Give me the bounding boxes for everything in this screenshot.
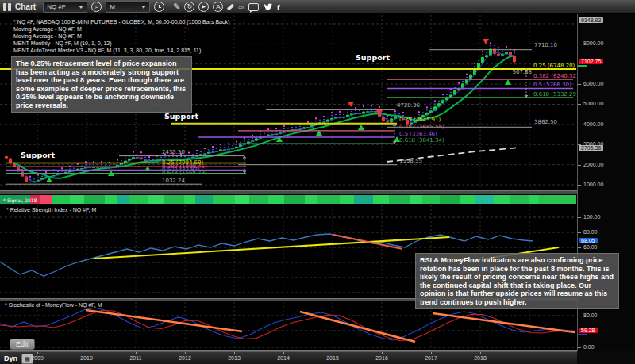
candle-body (5, 156, 8, 159)
signal-heat-segment (70, 195, 84, 204)
year-tick (87, 352, 87, 354)
ment-dot-magenta (315, 117, 317, 119)
ment-dot-blue (450, 92, 452, 93)
annotate-a-icon[interactable]: A (213, 2, 223, 12)
ment-dot-blue (474, 66, 475, 67)
year-label: 2009 (25, 355, 49, 361)
ment-dot-blue (260, 134, 261, 135)
ment-dot-magenta (188, 152, 190, 154)
ment-dot-magenta (474, 63, 475, 64)
annotation-box-retracement[interactable]: The 0.25% retracement level of price exp… (11, 56, 192, 113)
fib-level-label: 0.382 (6240.32) (533, 73, 579, 79)
play-icon[interactable]: ▶ (198, 2, 209, 12)
candle-body (21, 171, 24, 176)
twitter-icon[interactable] (263, 2, 273, 11)
scale-tick (578, 232, 581, 233)
ment-dot-magenta (506, 46, 507, 48)
ment-dot-blue (212, 149, 214, 150)
ment-dot-blue (271, 131, 273, 132)
marker-icon[interactable] (227, 3, 234, 10)
ment-dot-blue (33, 178, 35, 179)
ment-dot-blue (228, 146, 229, 147)
fib-level-label: 0.5 (5786.30) (533, 82, 572, 88)
signal-heat-segment (460, 195, 475, 204)
signal-heat-segment (440, 195, 460, 204)
ment-dot-magenta (275, 128, 277, 129)
legend-line: MENT AutoTrend Master V3 - NQ #F, M (11,… (13, 47, 229, 54)
ment-dot-blue (244, 140, 245, 141)
scale-tick-label: 80.00 (583, 229, 598, 235)
window-panels-icon[interactable] (3, 3, 11, 11)
signal-heat-segment (354, 195, 373, 204)
ment-dot-magenta (45, 171, 47, 173)
ment-dot-blue (148, 159, 150, 160)
scale-tick (578, 347, 581, 348)
dyn-label[interactable]: Dyn (4, 354, 17, 362)
year-label: 2011 (124, 355, 148, 361)
ment-dot-blue (502, 51, 503, 52)
chart-application-window: Chart NQ #F ⌕ M ✎ ↻ ▶ A cts f * Signal, … (0, 0, 635, 364)
signal-heat-segment (284, 195, 305, 204)
price-marker-label: 3862.50 (534, 119, 557, 125)
signal-heat-segment (268, 195, 284, 204)
zoom-icon[interactable]: ⌕ (91, 2, 102, 12)
symbol-dropdown[interactable]: NQ #F (43, 1, 87, 13)
ment-dot-blue (25, 174, 27, 174)
ment-dot-blue (125, 158, 126, 159)
candle-body (477, 63, 480, 69)
ment-dot-magenta (371, 105, 372, 106)
fib-level-label: 0.5 (3363.46) (399, 131, 437, 137)
scale-tick (578, 104, 581, 105)
signal-heat-segment (195, 195, 213, 204)
price-marker-label: 1032.24 (162, 178, 185, 184)
scale-tick (578, 185, 581, 186)
ment-dot-blue (45, 174, 47, 175)
year-label: 2013 (222, 355, 246, 361)
ment-dot-blue (57, 171, 59, 172)
redo-arrow-icon[interactable]: ↻ (184, 2, 194, 12)
signal-heat-segment (422, 195, 440, 204)
year-tick (431, 352, 432, 354)
scale-value-highlight: 59.28 (579, 328, 598, 333)
clock-icon[interactable] (154, 2, 164, 12)
ment-dot-blue (466, 77, 468, 78)
chat-bubble-icon[interactable] (248, 3, 259, 11)
ment-dot-blue (109, 165, 110, 166)
ment-dot-blue (295, 127, 297, 128)
ment-dot-blue (29, 179, 31, 180)
cts-label: cts (238, 5, 244, 10)
ment-dot-blue (478, 60, 479, 61)
legend-line: Moving Average - NQ #F, M (13, 25, 229, 33)
ment-dot-blue (367, 109, 368, 109)
ment-dot-blue (426, 109, 428, 110)
ment-dot-blue (220, 147, 221, 148)
scale-tick (578, 44, 581, 44)
ment-dot-magenta (466, 74, 468, 75)
support-label: Support (356, 53, 390, 62)
scale-tick-label: 1000.00 (583, 182, 603, 187)
symbol-dropdown-value: NQ #F (47, 3, 66, 10)
chart-menu-label[interactable]: Chart (15, 2, 36, 11)
fib-level-label: 0.25 (6748.20) (533, 63, 575, 69)
ment-dot-blue (315, 121, 317, 121)
candle-body (473, 69, 476, 75)
facebook-icon[interactable]: f (277, 2, 280, 12)
ment-dot-magenta (117, 159, 118, 161)
ment-dot-blue (462, 81, 464, 82)
year-label: 2014 (271, 355, 295, 361)
signal-heat-segment (305, 195, 318, 204)
ment-dot-magenta (267, 128, 269, 130)
scale-value-highlight: 68.05 (579, 238, 598, 243)
ment-dot-blue (152, 159, 154, 160)
edit-button[interactable]: Edit (10, 339, 35, 350)
ment-dot-magenta (331, 112, 333, 113)
scale-value-highlight: 7102.75 (579, 59, 603, 64)
pencil-icon[interactable]: ✎ (173, 2, 180, 12)
ment-dot-magenta (458, 82, 460, 84)
ment-dot-blue (391, 116, 392, 117)
time-axis[interactable]: Dyn ▦ 2009201020112012201320142015201620… (0, 351, 577, 364)
timeframe-dropdown[interactable]: M (106, 1, 150, 13)
ment-dot-magenta (307, 121, 309, 123)
ment-dot-blue (204, 151, 206, 151)
annotation-box-rsi-moneyflow[interactable]: RSI & MoneyFlow indicators are also conf… (415, 253, 619, 309)
